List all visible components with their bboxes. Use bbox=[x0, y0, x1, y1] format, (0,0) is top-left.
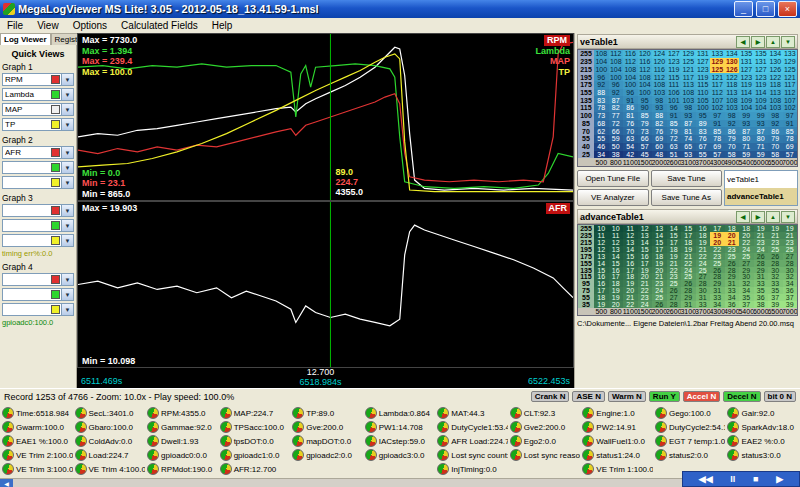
close-button[interactable]: × bbox=[778, 1, 797, 17]
save-tune-as-button[interactable]: Save Tune As bbox=[651, 189, 723, 206]
chevron-down-icon[interactable]: ▼ bbox=[61, 220, 73, 231]
field-selector[interactable]: TP▼ bbox=[2, 118, 74, 131]
field-selector[interactable]: ▼ bbox=[2, 303, 74, 316]
chevron-down-icon[interactable]: ▼ bbox=[61, 235, 73, 246]
ve-analyzer-button[interactable]: VE Analyzer bbox=[577, 189, 649, 206]
table-cell: 108 bbox=[725, 96, 740, 104]
table-cell: 131 bbox=[696, 50, 711, 58]
ve-grid[interactable]: 2551081121161201241271291311331341351351… bbox=[577, 49, 798, 167]
bottom-chart[interactable]: Max = 19.903 Min = 10.098 AFR bbox=[77, 201, 574, 368]
field-selector[interactable]: Lambda▼ bbox=[2, 88, 74, 101]
table-col-header: 5400 bbox=[739, 158, 754, 166]
menu-help[interactable]: Help bbox=[205, 20, 240, 31]
table-cell: 26 bbox=[652, 301, 667, 308]
field-selector[interactable]: ▼ bbox=[2, 204, 74, 217]
table-toolbar-button-1[interactable]: ▶ bbox=[751, 36, 765, 48]
tune-file-path: C:\Dokumente... Eigene Dateien\1.2bar Fr… bbox=[577, 319, 798, 328]
table-toolbar-button-2[interactable]: ▲ bbox=[766, 36, 780, 48]
table-toolbar-button-1[interactable]: ▶ bbox=[751, 211, 765, 223]
tab-log-viewer[interactable]: Log Viewer bbox=[0, 33, 51, 45]
minimize-button[interactable]: _ bbox=[734, 1, 753, 17]
table-cell: 115 bbox=[696, 81, 711, 89]
menu-options[interactable]: Options bbox=[66, 20, 114, 31]
chevron-down-icon[interactable]: ▼ bbox=[61, 147, 73, 158]
chart-area[interactable]: Max = 7730.0 Max = 1.394 Max = 239.4 Max… bbox=[77, 33, 574, 388]
field-color-swatch bbox=[51, 206, 60, 215]
table-list-item-vetable1[interactable]: veTable1 bbox=[725, 171, 797, 188]
menu-view[interactable]: View bbox=[30, 20, 66, 31]
rewind-button[interactable]: ◀◀ bbox=[697, 475, 715, 484]
chevron-down-icon[interactable]: ▼ bbox=[61, 289, 73, 300]
chevron-down-icon[interactable]: ▼ bbox=[61, 304, 73, 315]
table-cell: 34 bbox=[710, 301, 725, 308]
table-cell: 114 bbox=[754, 89, 769, 97]
table-toolbar-button-3[interactable]: ▼ bbox=[781, 36, 795, 48]
table-cell: 12 bbox=[623, 232, 638, 239]
field-selector[interactable]: MAP▼ bbox=[2, 103, 74, 116]
ve-toolbar: ◀▶▲▼ bbox=[736, 36, 795, 48]
play-button[interactable]: ▶ bbox=[774, 475, 785, 484]
gauge-label: WallFuel1:0.0 bbox=[596, 437, 645, 446]
field-selector[interactable]: AFR▼ bbox=[2, 146, 74, 159]
table-cell: 104 bbox=[754, 104, 769, 112]
chevron-down-icon[interactable]: ▼ bbox=[61, 162, 73, 173]
table-cell: 67 bbox=[696, 143, 711, 151]
table-toolbar-button-0[interactable]: ◀ bbox=[736, 36, 750, 48]
table-cell: 57 bbox=[710, 151, 725, 159]
table-cell: 19 bbox=[681, 246, 696, 253]
chevron-down-icon[interactable]: ▼ bbox=[61, 74, 73, 85]
pause-button[interactable]: II bbox=[728, 475, 737, 484]
field-selector[interactable]: RPM▼ bbox=[2, 73, 74, 86]
table-cell: 97 bbox=[783, 112, 798, 120]
table-toolbar-button-0[interactable]: ◀ bbox=[736, 211, 750, 223]
table-cell: 20 bbox=[623, 287, 638, 294]
gauge: Gbaro:100.0 bbox=[75, 420, 146, 434]
table-cell: 127 bbox=[696, 58, 711, 66]
chevron-down-icon[interactable]: ▼ bbox=[61, 104, 73, 115]
table-cell: 27 bbox=[696, 273, 711, 280]
chevron-down-icon[interactable]: ▼ bbox=[61, 205, 73, 216]
advance-grid[interactable]: 2551010111213141516171818191919235111112… bbox=[577, 224, 798, 316]
field-selector[interactable]: ▼ bbox=[2, 234, 74, 247]
top-chart[interactable]: Max = 7730.0 Max = 1.394 Max = 239.4 Max… bbox=[77, 33, 574, 201]
table-col-header: 7000 bbox=[783, 308, 798, 315]
field-selector[interactable]: ▼ bbox=[2, 273, 74, 286]
table-cell: 22 bbox=[667, 267, 682, 274]
chevron-down-icon[interactable]: ▼ bbox=[61, 119, 73, 130]
chevron-down-icon[interactable]: ▼ bbox=[61, 274, 73, 285]
table-cell: 13 bbox=[623, 239, 638, 246]
field-selector[interactable]: ▼ bbox=[2, 288, 74, 301]
table-row-header: 155 bbox=[578, 89, 594, 97]
sidebar: Log Viewer Register Quick Views Graph 1R… bbox=[0, 33, 77, 388]
time-axis[interactable]: 6511.469s 12.700 6518.984s 6522.453s bbox=[77, 368, 574, 388]
chevron-down-icon[interactable]: ▼ bbox=[61, 89, 73, 100]
gauge-icon bbox=[510, 407, 522, 419]
menu-calculated-fields[interactable]: Calculated Fields bbox=[114, 20, 205, 31]
table-list-item-advancetable1[interactable]: advanceTable1 bbox=[725, 188, 797, 205]
table-corner bbox=[578, 308, 594, 315]
gauge: gpioadc0:0.0 bbox=[147, 448, 218, 462]
table-cell: 90 bbox=[638, 104, 653, 112]
open-tune-file-button[interactable]: Open Tune File bbox=[577, 170, 649, 187]
table-cell: 69 bbox=[652, 135, 667, 143]
field-selector[interactable]: ▼ bbox=[2, 219, 74, 232]
table-cell: 98 bbox=[768, 112, 783, 120]
scroll-left-button[interactable]: ◀ bbox=[0, 479, 13, 487]
table-cell: 21 bbox=[725, 239, 740, 246]
gauge-label: EGT 7 temp:1.0 bbox=[669, 437, 725, 446]
chevron-down-icon[interactable]: ▼ bbox=[61, 177, 73, 188]
table-toolbar-button-3[interactable]: ▼ bbox=[781, 211, 795, 223]
table-cell: 32 bbox=[768, 273, 783, 280]
stop-button[interactable]: ■ bbox=[751, 475, 760, 484]
field-selector-value: Lambda bbox=[3, 90, 51, 99]
table-cell: 81 bbox=[681, 127, 696, 135]
table-toolbar-button-2[interactable]: ▲ bbox=[766, 211, 780, 223]
table-cell: 108 bbox=[768, 96, 783, 104]
save-tune-button[interactable]: Save Tune bbox=[651, 170, 723, 187]
menu-file[interactable]: File bbox=[0, 20, 30, 31]
maximize-button[interactable]: □ bbox=[756, 1, 775, 17]
field-selector[interactable]: ▼ bbox=[2, 176, 74, 189]
table-cell: 23 bbox=[754, 239, 769, 246]
field-selector[interactable]: ▼ bbox=[2, 161, 74, 174]
bottom-scrollbar[interactable]: ◀ bbox=[0, 478, 800, 487]
